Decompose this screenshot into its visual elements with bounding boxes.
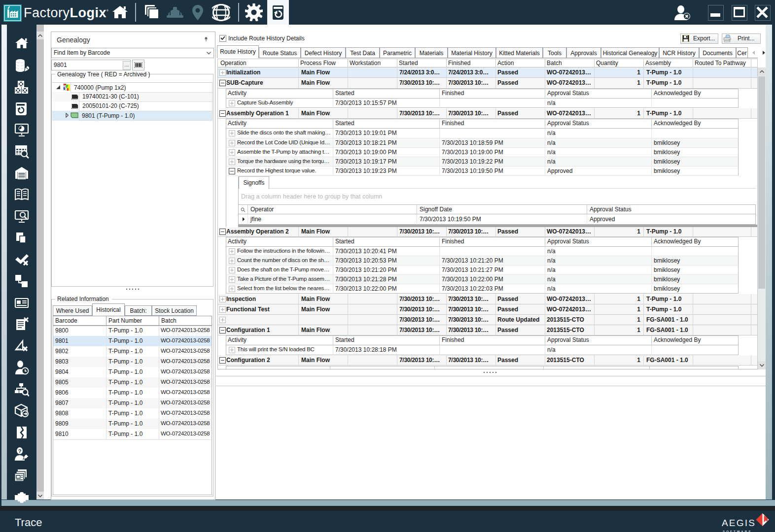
svg-text:?: ? (18, 448, 22, 454)
